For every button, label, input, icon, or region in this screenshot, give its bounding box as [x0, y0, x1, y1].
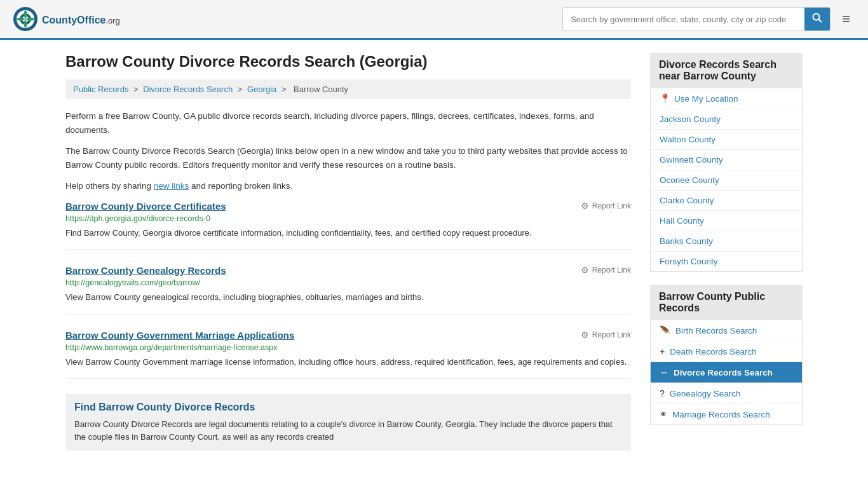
search-bar — [562, 7, 831, 31]
logo[interactable]: CountyOffice.org — [13, 6, 120, 32]
public-record-item[interactable]: + Death Records Search — [651, 341, 802, 362]
record-title: Barrow County Government Marriage Applic… — [65, 330, 294, 341]
breadcrumb-public-records[interactable]: Public Records — [73, 85, 128, 94]
logo-text: CountyOffice.org — [42, 12, 120, 26]
record-link[interactable]: Barrow County Divorce Certificates — [65, 201, 226, 212]
record-description: Find Barrow County, Georgia divorce cert… — [65, 227, 631, 240]
public-record-item[interactable]: ⚭ Marriage Records Search — [651, 404, 802, 424]
svg-line-5 — [819, 20, 822, 23]
record-link[interactable]: Barrow County Government Marriage Applic… — [65, 330, 294, 341]
nearby-county-item[interactable]: Clarke County — [651, 191, 802, 211]
svg-point-4 — [813, 14, 820, 20]
menu-icon[interactable]: ≡ — [837, 8, 855, 30]
logo-wordmark: CountyOffice.org — [42, 12, 120, 27]
record-description: View Barrow County genealogical records,… — [65, 291, 631, 304]
header-right: ≡ — [562, 7, 855, 31]
record-title: Barrow County Genealogy Records — [65, 265, 226, 276]
record-type-icon: + — [660, 346, 665, 356]
record-url[interactable]: https://dph.georgia.gov/divorce-records-… — [65, 214, 631, 223]
new-links-link[interactable]: new links — [154, 181, 189, 191]
record-url[interactable]: http://www.barrowga.org/departments/marr… — [65, 343, 631, 352]
record-description: View Barrow County Government marriage l… — [65, 356, 631, 369]
report-link[interactable]: ⚙ Report Link — [581, 265, 631, 275]
public-record-link[interactable]: Birth Records Search — [675, 326, 793, 336]
public-record-link[interactable]: Genealogy Search — [670, 389, 793, 398]
use-my-location-link[interactable]: Use My Location — [674, 94, 738, 104]
page-title: Barrow County Divorce Records Search (Ge… — [65, 53, 631, 71]
report-label: Report Link — [592, 330, 631, 339]
search-button[interactable] — [804, 8, 830, 30]
record-block: Barrow County Divorce Certificates ⚙ Rep… — [65, 201, 631, 250]
report-link[interactable]: ⚙ Report Link — [581, 330, 631, 340]
report-icon: ⚙ — [581, 330, 589, 340]
nearby-county-item[interactable]: Oconee County — [651, 170, 802, 191]
public-records-header: Barrow County Public Records — [650, 285, 803, 320]
find-section: Find Barrow County Divorce Records Barro… — [65, 394, 631, 451]
nearby-county-link[interactable]: Walton County — [651, 130, 802, 149]
record-type-icon: 🪶 — [660, 325, 670, 336]
search-icon — [812, 13, 822, 23]
sidebar: Divorce Records Search near Barrow Count… — [650, 53, 803, 451]
nearby-county-item[interactable]: Jackson County — [651, 109, 802, 130]
public-record-item[interactable]: ↔ Divorce Records Search — [651, 362, 802, 383]
nearby-list: 📍 Use My Location Jackson CountyWalton C… — [650, 88, 803, 272]
nearby-section: Divorce Records Search near Barrow Count… — [650, 53, 803, 272]
search-input[interactable] — [563, 10, 804, 29]
breadcrumb-georgia[interactable]: Georgia — [247, 85, 276, 94]
description-para1: Perform a free Barrow County, GA public … — [65, 109, 631, 137]
nearby-county-link[interactable]: Oconee County — [651, 170, 802, 190]
nearby-county-link[interactable]: Gwinnett County — [651, 150, 802, 170]
nearby-county-item[interactable]: Forsyth County — [651, 252, 802, 271]
main-container: Barrow County Divorce Records Search (Ge… — [53, 40, 815, 463]
public-records-list: 🪶 Birth Records Search + Death Records S… — [650, 320, 803, 425]
content-area: Barrow County Divorce Records Search (Ge… — [65, 53, 631, 451]
description-para3: Help others by sharing new links and rep… — [65, 179, 631, 193]
pin-icon: 📍 — [660, 93, 670, 104]
find-section-title: Find Barrow County Divorce Records — [74, 402, 622, 413]
record-type-icon: ↔ — [660, 367, 668, 377]
use-my-location-item[interactable]: 📍 Use My Location — [651, 88, 802, 109]
header: CountyOffice.org ≡ — [0, 0, 868, 40]
nearby-county-link[interactable]: Hall County — [651, 211, 802, 231]
record-type-icon: ⚭ — [660, 409, 667, 419]
public-record-link[interactable]: Death Records Search — [670, 347, 793, 356]
nearby-county-link[interactable]: Banks County — [651, 231, 802, 251]
breadcrumb: Public Records > Divorce Records Search … — [65, 79, 631, 99]
nearby-county-item[interactable]: Banks County — [651, 231, 802, 252]
nearby-county-item[interactable]: Hall County — [651, 211, 802, 231]
logo-icon — [13, 6, 38, 32]
record-url[interactable]: http://genealogytrails.com/geo/barrow/ — [65, 278, 631, 287]
nearby-county-item[interactable]: Walton County — [651, 130, 802, 150]
report-label: Report Link — [592, 201, 631, 210]
nearby-county-item[interactable]: Gwinnett County — [651, 150, 802, 170]
record-title: Barrow County Divorce Certificates — [65, 201, 226, 212]
record-block: Barrow County Government Marriage Applic… — [65, 330, 631, 379]
record-type-icon: ? — [660, 388, 665, 398]
record-link[interactable]: Barrow County Genealogy Records — [65, 265, 226, 276]
nearby-county-link[interactable]: Clarke County — [651, 191, 802, 210]
breadcrumb-barrow-county: Barrow County — [294, 85, 348, 94]
public-record-item[interactable]: 🪶 Birth Records Search — [651, 320, 802, 341]
public-record-link[interactable]: Marriage Records Search — [672, 410, 793, 419]
records-container: Barrow County Divorce Certificates ⚙ Rep… — [65, 201, 631, 379]
breadcrumb-divorce-records-search[interactable]: Divorce Records Search — [143, 85, 233, 94]
report-icon: ⚙ — [581, 265, 589, 275]
report-icon: ⚙ — [581, 201, 589, 211]
nearby-county-link[interactable]: Jackson County — [651, 109, 802, 129]
find-section-description: Barrow County Divorce Records are legal … — [74, 418, 622, 443]
report-link[interactable]: ⚙ Report Link — [581, 201, 631, 211]
description-para2: The Barrow County Divorce Records Search… — [65, 144, 631, 172]
nearby-header: Divorce Records Search near Barrow Count… — [650, 53, 803, 88]
record-block: Barrow County Genealogy Records ⚙ Report… — [65, 265, 631, 315]
public-record-item[interactable]: ? Genealogy Search — [651, 383, 802, 404]
nearby-county-link[interactable]: Forsyth County — [651, 252, 802, 271]
public-records-section: Barrow County Public Records 🪶 Birth Rec… — [650, 285, 803, 425]
report-label: Report Link — [592, 266, 631, 274]
public-record-link[interactable]: Divorce Records Search — [674, 368, 793, 377]
